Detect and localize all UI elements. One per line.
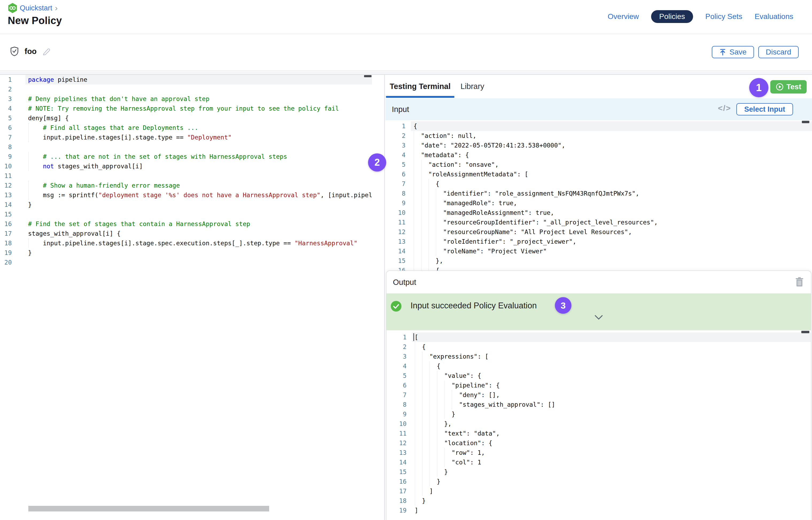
code-line: 15 }, (385, 256, 812, 266)
select-input-button[interactable]: Select Input (736, 103, 793, 115)
nav-tab-evaluations[interactable]: Evaluations (755, 12, 793, 21)
policy-editor-page: Quickstart › New Policy Overview Policie… (0, 0, 812, 520)
banner-message: Input succeeded Policy Evaluation (410, 300, 537, 312)
code-line: 9 # ... that are not in the set of stage… (0, 152, 372, 161)
trash-icon[interactable] (795, 277, 804, 288)
text-cursor (413, 333, 414, 341)
policy-name-label: foo (25, 47, 36, 56)
vertical-scrollbar-thumb[interactable] (364, 75, 372, 77)
code-line: 7 input.pipeline.stages[i].stage.type ==… (0, 133, 372, 142)
input-section-header: Input </> Select Input (385, 98, 812, 120)
code-line: 18 input.pipeline.stages[i].stage.spec.e… (0, 238, 372, 248)
code-line: 11 "text": "data", (386, 428, 811, 438)
code-line: 2 { (386, 342, 811, 352)
code-line: 6 "roleAssignmentMetadata": [ (385, 170, 812, 179)
tutorial-badge-1: 1 (749, 78, 768, 97)
harness-logo-icon (8, 3, 17, 13)
code-line: 16 } (386, 477, 811, 486)
check-circle-icon (390, 300, 402, 312)
code-line: 13 msg := sprintf("deployment stage '%s'… (0, 190, 372, 200)
code-line: 20 (0, 258, 372, 267)
code-line: 2 "action": null, (385, 131, 812, 140)
testing-terminal-pane: Testing Terminal Library Test Input </> (385, 75, 812, 520)
breadcrumb-link-project[interactable]: Quickstart (20, 4, 52, 12)
code-line: 7 { (385, 179, 812, 189)
input-json-editor[interactable]: 1{2 "action": null,3 "date": "2022-05-05… (385, 120, 812, 279)
code-line: 14} (0, 200, 372, 209)
output-json-editor[interactable]: 1[2 {3 "expressions": [4 {5 "value": {6 … (386, 330, 811, 520)
code-line: 13 "roleIdentifier": "_project_viewer", (385, 237, 812, 246)
input-section-label: Input (392, 98, 409, 120)
top-nav: Overview Policies Policy Sets Evaluation… (608, 10, 793, 23)
page-header: Quickstart › New Policy Overview Policie… (0, 0, 812, 34)
code-line: 3 "date": "2022-05-05T20:41:23.538+0000"… (385, 140, 812, 150)
code-line: 3 "expressions": [ (386, 352, 811, 361)
page-title: New Policy (8, 15, 62, 26)
tab-testing-terminal[interactable]: Testing Terminal (390, 75, 451, 96)
code-line: 13 "row": 1, (386, 448, 811, 458)
code-line: 6 # Find all stages that are Deployments… (0, 123, 372, 133)
code-line: 11 "resourceGroupIdentifier": "_all_proj… (385, 217, 812, 227)
code-line: 8 "stages_with_approval": [] (386, 400, 811, 409)
code-line: 15 (0, 209, 372, 219)
discard-button[interactable]: Discard (758, 46, 798, 58)
discard-button-label: Discard (766, 48, 791, 56)
test-button-label: Test (786, 83, 801, 91)
evaluation-success-banner: Input succeeded Policy Evaluation 3 (386, 293, 811, 330)
code-line: 1[ (386, 332, 811, 342)
code-line: 9 } (386, 409, 811, 419)
tutorial-badge-3: 3 (555, 297, 572, 314)
code-line: 15 } (386, 467, 811, 477)
section-gap (0, 72, 812, 74)
test-button[interactable]: Test (770, 80, 807, 94)
code-line: 19} (0, 248, 372, 258)
code-line: 11 (0, 171, 372, 181)
nav-tab-overview[interactable]: Overview (608, 12, 639, 21)
chevron-down-icon[interactable] (594, 315, 603, 320)
output-panel: Output (386, 270, 811, 520)
terminal-tabs: Testing Terminal Library Test (385, 75, 812, 98)
code-line: 1package pipeline (0, 75, 372, 84)
code-line: 19] (386, 505, 811, 515)
policy-code-pane: 1package pipeline23# Deny pipelines that… (0, 75, 385, 520)
code-line: 12 "location": { (386, 438, 811, 448)
code-line: 14 "col": 1 (386, 458, 811, 467)
code-line: 1{ (385, 121, 812, 131)
output-section-label: Output (393, 271, 416, 293)
shield-check-icon (10, 47, 19, 56)
code-line: 12 # Show a human-friendly error message (0, 181, 372, 190)
code-line: 4 "metadata": { (385, 150, 812, 160)
code-line: 9 "managedRole": true, (385, 198, 812, 208)
code-line: 4 { (386, 361, 811, 371)
breadcrumb: Quickstart › (8, 3, 58, 13)
vertical-scrollbar-thumb[interactable] (802, 121, 809, 123)
nav-tab-policies[interactable]: Policies (651, 10, 693, 23)
code-line: 18 } (386, 496, 811, 505)
save-button[interactable]: Save (712, 46, 754, 58)
nav-tab-policy-sets[interactable]: Policy Sets (705, 12, 742, 21)
code-line: 7 "deny": [], (386, 390, 811, 400)
code-line: 2 (0, 84, 372, 94)
code-braces-icon[interactable]: </> (718, 104, 731, 113)
code-line: 10 not stages_with_approval[i] (0, 161, 372, 171)
edit-pencil-icon[interactable] (43, 47, 51, 56)
code-line: 4# NOTE: Try removing the HarnessApprova… (0, 104, 372, 113)
code-line: 3# Deny pipelines that don't have an app… (0, 94, 372, 104)
tab-library[interactable]: Library (460, 75, 484, 96)
active-tab-underline (386, 96, 454, 98)
vertical-scrollbar-thumb[interactable] (801, 331, 809, 333)
code-line: 5deny[msg] { (0, 113, 372, 123)
code-line: 12 "resourceGroupName": "All Project Lev… (385, 227, 812, 237)
breadcrumb-chevron-icon: › (55, 4, 58, 12)
code-line: 17 ] (386, 486, 811, 496)
code-line: 10 "managedRoleAssignment": true, (385, 208, 812, 217)
code-line: 8 (0, 142, 372, 152)
horizontal-scrollbar[interactable] (28, 506, 269, 512)
code-line: 17stages_with_approval[i] { (0, 229, 372, 238)
policy-code-editor[interactable]: 1package pipeline23# Deny pipelines that… (0, 75, 372, 268)
tutorial-badge-2: 2 (368, 153, 386, 172)
code-line: 6 "pipeline": { (386, 381, 811, 390)
save-button-label: Save (729, 48, 746, 56)
code-line: 14 "roleName": "Project Viewer" (385, 246, 812, 256)
play-circle-icon (776, 83, 784, 91)
